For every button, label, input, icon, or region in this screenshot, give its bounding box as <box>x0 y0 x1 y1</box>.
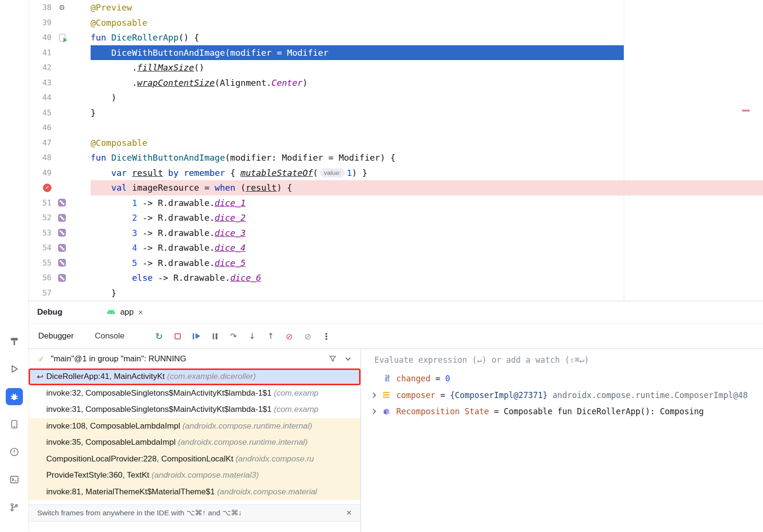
line-number[interactable]: 56 <box>29 273 52 282</box>
code-lines: 38⚙@Preview39@Composable40fun DiceRoller… <box>29 0 763 300</box>
code-text[interactable]: 2 -> R.drawable.dice_2 <box>91 210 763 225</box>
code-text[interactable]: val imageResource = when (result) { <box>91 180 763 195</box>
gutter: 53 <box>29 225 91 241</box>
line-number[interactable]: 48 <box>29 153 52 162</box>
drawable-preview-dice-icon[interactable] <box>58 229 66 236</box>
gutter-settings-gear-icon[interactable]: ⚙ <box>59 3 65 12</box>
frame-row-selected[interactable]: ↩DiceRollerApp:41, MainActivityKt (com.e… <box>29 368 361 385</box>
code-text[interactable]: 4 -> R.drawable.dice_4 <box>91 240 763 256</box>
line-number[interactable]: ✓ <box>29 184 52 192</box>
gutter: 55 <box>29 256 91 271</box>
line-number[interactable]: 52 <box>29 213 52 222</box>
code-text[interactable]: fun DiceWithButtonAndImage(modifier: Mod… <box>91 150 763 165</box>
code-text[interactable]: fun DiceRollerApp() { <box>91 30 763 45</box>
run-icon[interactable] <box>6 360 23 378</box>
expand-chevron-icon[interactable] <box>371 409 383 413</box>
stop-icon[interactable] <box>172 330 184 342</box>
drawable-preview-dice-icon[interactable] <box>58 214 66 222</box>
code-text[interactable]: } <box>91 286 763 301</box>
code-text[interactable]: 1 -> R.drawable.dice_1 <box>91 195 763 211</box>
code-text[interactable]: .fillMaxSize() <box>91 60 763 75</box>
code-text[interactable]: .wrapContentSize(Alignment.Center) <box>91 75 763 91</box>
line-number[interactable]: 39 <box>29 18 52 27</box>
step-into-icon[interactable]: ↓ <box>246 330 258 342</box>
debug-tool-title: Debug <box>37 307 62 317</box>
rerun-icon[interactable]: ↻ <box>153 330 165 342</box>
variable-name: changed <box>396 374 431 383</box>
watch-row[interactable]: Recomposition State = Composable fun Dic… <box>361 403 763 420</box>
code-text[interactable]: 3 -> R.drawable.dice_3 <box>91 225 763 241</box>
code-text[interactable]: DiceWithButtonAndImage(modifier = Modifi… <box>91 45 763 61</box>
frame-row[interactable]: CompositionLocalProvider:228, Compositio… <box>29 451 361 468</box>
drawable-preview-dice-icon[interactable] <box>58 244 66 252</box>
pause-icon[interactable] <box>209 330 221 342</box>
code-line-46: 46 <box>29 120 763 135</box>
line-number[interactable]: 45 <box>29 108 52 117</box>
thread-selector[interactable]: ✓ "main"@1 in group "main": RUNNING <box>29 349 361 368</box>
line-number[interactable]: 47 <box>29 138 52 147</box>
resume-icon[interactable] <box>190 330 202 342</box>
expand-chevron-icon[interactable] <box>371 393 383 397</box>
breakpoint-icon[interactable]: ✓ <box>43 184 52 192</box>
line-number[interactable]: 42 <box>29 63 52 72</box>
watch-row[interactable]: 1001changed = 0 <box>361 370 763 387</box>
tab-debugger[interactable]: Debugger <box>38 331 74 341</box>
code-text[interactable]: else -> R.drawable.dice_6 <box>91 270 763 286</box>
code-line-54: 54 4 -> R.drawable.dice_4 <box>29 240 763 256</box>
watch-type-icon-slot <box>383 392 396 398</box>
filter-funnel-icon[interactable] <box>329 355 337 365</box>
code-text[interactable]: @Composable <box>91 135 763 151</box>
line-number[interactable]: 46 <box>29 123 52 132</box>
frame-row[interactable]: invoke:81, MaterialThemeKt$MaterialTheme… <box>29 484 361 501</box>
close-icon[interactable]: ✕ <box>346 509 352 517</box>
code-text[interactable]: @Preview <box>91 0 763 15</box>
chevron-down-icon[interactable] <box>345 355 351 360</box>
run-preview-icon[interactable] <box>59 34 65 41</box>
line-number[interactable]: 44 <box>29 93 52 102</box>
code-editor[interactable]: 38⚙@Preview39@Composable40fun DiceRoller… <box>29 0 763 301</box>
line-number[interactable]: 54 <box>29 243 52 252</box>
line-number[interactable]: 49 <box>29 168 52 177</box>
tab-console[interactable]: Console <box>95 331 124 341</box>
code-token: dice_6 <box>230 273 261 283</box>
code-text[interactable] <box>91 120 763 135</box>
frame-row[interactable]: invoke:31, ComposableSingletons$MainActi… <box>29 401 361 418</box>
line-number[interactable]: 43 <box>29 78 52 87</box>
line-number[interactable]: 41 <box>29 48 52 57</box>
version-control-icon[interactable] <box>6 499 23 516</box>
code-text[interactable]: } <box>91 105 763 121</box>
line-number[interactable]: 57 <box>29 288 52 297</box>
close-icon[interactable]: ✕ <box>138 309 143 316</box>
line-number[interactable]: 51 <box>29 198 52 207</box>
drawable-preview-dice-icon[interactable] <box>58 199 66 206</box>
drawable-preview-dice-icon[interactable] <box>58 259 66 266</box>
code-text[interactable]: ) <box>91 90 763 105</box>
code-text[interactable]: var result by remember { mutableStateOf(… <box>91 165 763 181</box>
drawable-preview-dice-icon[interactable] <box>58 274 66 282</box>
build-hammer-icon[interactable] <box>6 333 23 350</box>
gutter: 51 <box>29 195 91 211</box>
code-token: -> R.drawable. <box>137 243 215 253</box>
evaluate-expression-input[interactable]: Evaluate expression (↵) or add a watch (… <box>361 349 763 370</box>
terminal-icon[interactable] <box>6 471 23 488</box>
device-manager-icon[interactable] <box>6 416 23 433</box>
line-number[interactable]: 40 <box>29 33 52 42</box>
code-text[interactable]: @Composable <box>91 15 763 31</box>
code-text[interactable]: 5 -> R.drawable.dice_5 <box>91 256 763 271</box>
line-number[interactable]: 55 <box>29 258 52 267</box>
line-number[interactable]: 53 <box>29 228 52 237</box>
step-over-icon[interactable]: ↷ <box>227 330 239 342</box>
frame-row[interactable]: invoke:108, ComposableLambdaImpl (androi… <box>29 418 361 435</box>
frame-row[interactable]: invoke:32, ComposableSingletons$MainActi… <box>29 385 361 402</box>
debug-icon[interactable] <box>6 388 23 405</box>
frame-row[interactable]: invoke:35, ComposableLambdaImpl (android… <box>29 434 361 451</box>
run-tab-app[interactable]: app ✕ <box>106 307 143 317</box>
breakpoints-muted-icon[interactable]: ⊘ <box>302 330 314 342</box>
frame-row[interactable]: ProvideTextStyle:360, TextKt (androidx.c… <box>29 467 361 484</box>
problems-icon[interactable] <box>6 443 23 460</box>
more-options-icon[interactable]: ⋮ <box>320 330 332 342</box>
mute-breakpoints-icon[interactable]: ⊘ <box>283 330 295 342</box>
step-out-icon[interactable]: ↑ <box>265 330 277 342</box>
watch-row[interactable]: composer = {ComposerImpl@27371} androidx… <box>361 387 763 404</box>
line-number[interactable]: 38 <box>29 3 52 12</box>
